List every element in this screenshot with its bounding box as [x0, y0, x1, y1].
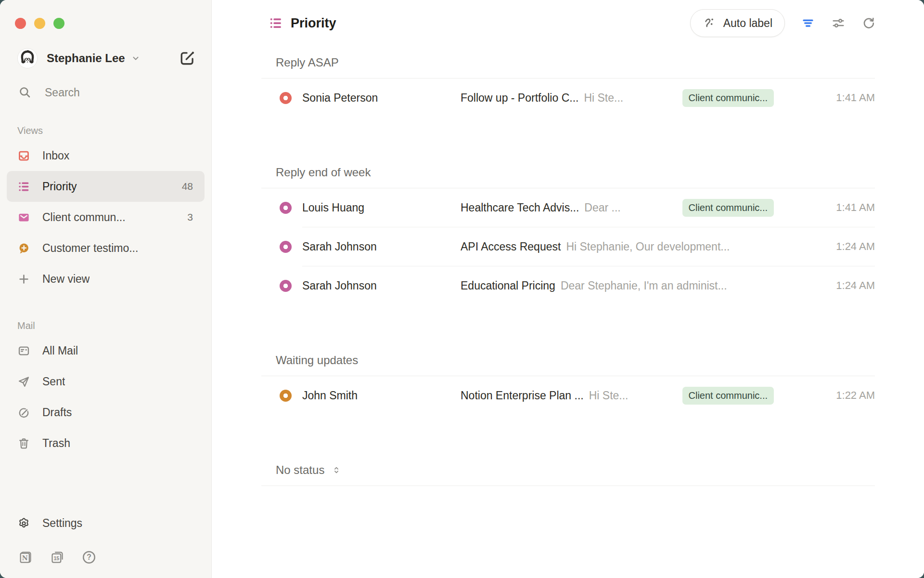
email-subject-snippet: API Access RequestHi Stephanie, Our deve…: [461, 240, 774, 253]
email-time: 1:41 AM: [774, 201, 875, 214]
mail-section-header: Waiting updates: [261, 351, 875, 370]
email-snippet: Dear ...: [584, 201, 620, 214]
priority-list-icon: [17, 180, 30, 193]
refresh-icon[interactable]: [861, 16, 876, 30]
mail-section-header: Reply end of week: [261, 163, 875, 182]
app-window: Stephanie Lee Search ViewsInboxPriority4…: [0, 0, 924, 578]
status-dot-cell: [261, 202, 302, 214]
account-switcher[interactable]: Stephanie Lee: [17, 48, 202, 68]
draft-icon: [17, 406, 30, 419]
gear-icon: [17, 517, 30, 530]
email-row[interactable]: John SmithNotion Enterprise Plan ...Hi S…: [261, 376, 875, 415]
inbox-icon: [17, 149, 30, 162]
status-dot-icon: [280, 202, 292, 214]
email-snippet: Hi Stephanie, Our development...: [566, 240, 730, 253]
email-snippet: Dear Stephanie, I'm an administ...: [561, 279, 727, 292]
sidebar-item-label: New view: [42, 273, 90, 286]
search-input[interactable]: Search: [18, 86, 202, 99]
sidebar-item-inbox[interactable]: Inbox: [7, 140, 205, 171]
search-placeholder: Search: [45, 86, 80, 99]
label-chip[interactable]: Client communic...: [682, 89, 774, 107]
sidebar-item-priority[interactable]: Priority48: [7, 171, 205, 202]
sidebar-item-label: Priority: [42, 180, 77, 193]
sidebar-item-sent[interactable]: Sent: [7, 366, 205, 397]
minimize-window-button[interactable]: [34, 18, 45, 29]
email-row[interactable]: Sonia PetersonFollow up - Portfolio C...…: [261, 79, 875, 117]
email-time: 1:24 AM: [774, 279, 875, 292]
priority-list-icon: [269, 16, 283, 30]
email-subject-snippet: Healthcare Tech Advis...Dear ...: [461, 201, 682, 214]
sidebar-item-trash[interactable]: Trash: [7, 428, 205, 459]
email-snippet: Hi Ste...: [584, 92, 623, 105]
status-dot-icon: [280, 92, 292, 104]
auto-label-button-label: Auto label: [723, 17, 772, 30]
user-name: Stephanie Lee: [47, 52, 125, 65]
status-dot-cell: [261, 280, 302, 292]
status-dot-cell: [261, 241, 302, 253]
sidebar-item-drafts[interactable]: Drafts: [7, 397, 205, 428]
email-subject-snippet: Notion Enterprise Plan ...Hi Ste...: [461, 389, 682, 402]
auto-label-button[interactable]: Auto label: [690, 9, 785, 37]
email-subject: Notion Enterprise Plan ...: [461, 389, 584, 402]
zoom-window-button[interactable]: [53, 18, 64, 29]
compose-icon[interactable]: [178, 49, 196, 67]
email-time: 1:22 AM: [774, 389, 875, 402]
main-panel: Priority Auto label Reply: [212, 0, 924, 578]
sidebar-item-all-mail[interactable]: All Mail: [7, 335, 205, 366]
sidebar-item-settings[interactable]: Settings: [7, 508, 205, 539]
section-divider: [261, 486, 875, 486]
email-subject: Educational Pricing: [461, 279, 555, 292]
label-chip[interactable]: Client communic...: [682, 387, 774, 405]
sidebar-item-label: Inbox: [42, 149, 69, 162]
help-icon[interactable]: ?: [82, 550, 96, 565]
section-label-mail: Mail: [17, 320, 211, 331]
header-toolbar: Auto label: [690, 9, 876, 37]
email-sender: John Smith: [302, 389, 461, 402]
sidebar-item-label: Sent: [42, 375, 65, 388]
envelope-icon: [17, 211, 30, 224]
mail-section-title: Reply ASAP: [276, 56, 339, 69]
mail-section-title: Reply end of week: [276, 166, 371, 179]
mail-section-title: Waiting updates: [276, 354, 358, 367]
calendar-icon[interactable]: 15: [50, 550, 64, 565]
label-chip[interactable]: Client communic...: [682, 199, 774, 217]
tune-icon[interactable]: [831, 16, 846, 30]
trash-icon: [17, 437, 30, 450]
sidebar-item-label: All Mail: [42, 344, 78, 357]
sidebar-item-label: Customer testimo...: [42, 242, 138, 255]
status-dot-cell: [261, 92, 302, 104]
sidebar-item-label: Trash: [42, 437, 70, 450]
chevron-down-icon: [131, 53, 141, 63]
sidebar-item-label: Client commun...: [42, 211, 126, 224]
sidebar-footer: N 15 ?: [18, 550, 192, 578]
email-subject-snippet: Follow up - Portfolio C...Hi Ste...: [461, 92, 682, 105]
email-row[interactable]: Louis HuangHealthcare Tech Advis...Dear …: [261, 188, 875, 227]
email-time: 1:24 AM: [774, 240, 875, 253]
mail-section-header[interactable]: No status: [261, 460, 875, 480]
close-window-button[interactable]: [15, 18, 26, 29]
email-sender: Sonia Peterson: [302, 92, 461, 105]
section-label-views: Views: [17, 125, 211, 136]
sidebar-item-new-view[interactable]: New view: [7, 263, 205, 294]
notion-logo-icon[interactable]: N: [18, 550, 33, 565]
window-controls: [0, 0, 211, 29]
avatar: [17, 48, 38, 68]
auto-label-icon: [703, 16, 717, 30]
email-row[interactable]: Sarah JohnsonEducational PricingDear Ste…: [261, 266, 875, 305]
email-time: 1:41 AM: [774, 92, 875, 104]
plus-icon: [17, 273, 30, 286]
chat-plus-icon: [17, 242, 30, 255]
search-icon: [18, 86, 32, 99]
status-dot-icon: [280, 241, 292, 253]
sidebar-nav: ViewsInboxPriority48Client commun...3Cus…: [0, 99, 211, 459]
email-row[interactable]: Sarah JohnsonAPI Access RequestHi Stepha…: [261, 227, 875, 266]
sidebar-item-client-commun[interactable]: Client commun...3: [7, 202, 205, 233]
sidebar: Stephanie Lee Search ViewsInboxPriority4…: [0, 0, 212, 578]
updown-chevron-icon: [331, 465, 342, 475]
status-dot-icon: [280, 280, 292, 292]
status-dot-cell: [261, 390, 302, 402]
sidebar-item-customer-testimo[interactable]: Customer testimo...: [7, 233, 205, 263]
filter-icon[interactable]: [801, 16, 815, 30]
email-subject: Healthcare Tech Advis...: [461, 201, 579, 214]
svg-text:15: 15: [53, 555, 59, 561]
